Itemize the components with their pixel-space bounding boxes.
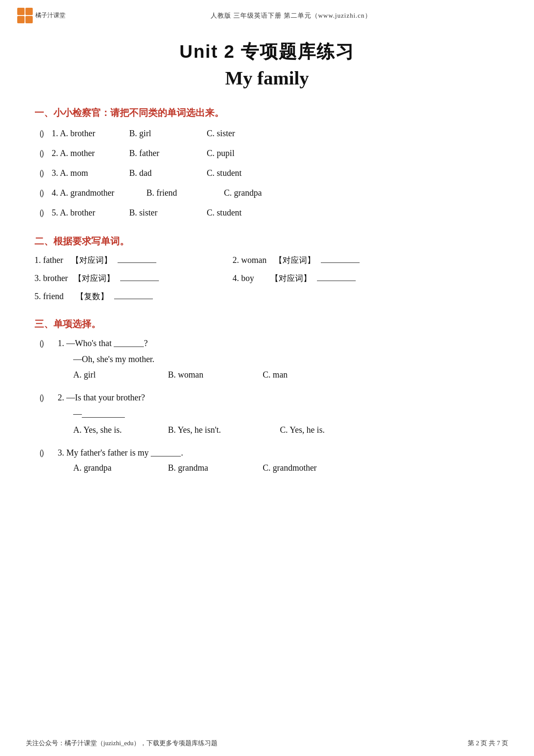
mc-row: （ ） 2. —Is that your brother?	[34, 392, 500, 403]
mc-question: （ ） 2. —Is that your brother? — A. Yes, …	[34, 392, 500, 435]
mc-row: （ ） 1. —Who's that ?	[34, 337, 500, 349]
q1-a: 1. A. brother	[52, 126, 129, 140]
mc3-options: A. grandpa B. grandma C. grandmother	[34, 463, 500, 473]
word1: 1. father	[34, 255, 63, 265]
tag3: 【对应词】	[74, 273, 115, 284]
q5-c: C. student	[207, 206, 284, 219]
answer-line	[321, 262, 360, 263]
paren-open: （	[34, 392, 40, 403]
answer-blank	[82, 417, 125, 418]
logo-icon	[17, 8, 33, 23]
paren-close: ）	[40, 447, 58, 459]
mc2-text: 2. —Is that your brother?	[58, 393, 145, 403]
q2-c: C. pupil	[207, 146, 284, 160]
answer-line	[114, 299, 153, 299]
header-subtitle: 人教版 三年级英语下册 第二单元（www.juzizhi.cn）	[65, 12, 517, 20]
word2: 2. woman	[233, 255, 267, 265]
mc1-opt-a: A. girl	[73, 370, 168, 380]
paren-open: （	[34, 447, 40, 459]
mc3-text: 3. My father's father is my .	[58, 448, 183, 458]
logo: 橘子汁课堂	[17, 8, 65, 23]
q3-c: C. student	[207, 166, 284, 180]
section3: 三、单项选择。 （ ） 1. —Who's that ? —Oh, she's …	[34, 318, 500, 473]
word-item: 1. father 【对应词】	[34, 255, 233, 266]
mc1-opt-b: B. woman	[168, 370, 263, 380]
mc2-opt-c: C. Yes, he is.	[280, 425, 375, 435]
table-row: （ ） 5. A. brother B. sister C. student	[34, 206, 500, 219]
footer-right: 第 2 页 共 7 页	[468, 739, 508, 747]
mc3-opt-a: A. grandpa	[73, 463, 168, 473]
q2-a: 2. A. mother	[52, 146, 129, 160]
paren-open: （	[34, 126, 40, 140]
q2-b: B. father	[129, 146, 207, 160]
tag1: 【对应词】	[71, 255, 112, 266]
word-item: 3. brother 【对应词】	[34, 273, 233, 284]
q5-a: 5. A. brother	[52, 206, 129, 219]
paren-open: （	[34, 146, 40, 160]
mc1-text: 1. —Who's that ?	[58, 338, 148, 348]
answer-line	[118, 262, 156, 263]
q3-b: B. dad	[129, 166, 207, 180]
mc-question: （ ） 3. My father's father is my . A. gra…	[34, 447, 500, 473]
tag4: 【对应词】	[270, 273, 311, 284]
paren-close: ）	[40, 392, 58, 403]
title-line2: My family	[34, 67, 500, 89]
svg-rect-3	[25, 16, 33, 23]
section1: 一、小小检察官：请把不同类的单词选出来。 （ ） 1. A. brother B…	[34, 106, 500, 219]
answer-blank	[151, 456, 181, 456]
paren-close: ）	[40, 146, 52, 160]
mc1-opt-c: C. man	[263, 370, 357, 380]
mc2-opt-b: B. Yes, he isn't.	[168, 425, 280, 435]
answer-line	[120, 281, 159, 281]
logo-text: 橘子汁课堂	[35, 12, 65, 19]
section1-title: 一、小小检察官：请把不同类的单词选出来。	[34, 106, 500, 119]
paren-close: ）	[40, 206, 52, 219]
table-row: 1. father 【对应词】 2. woman 【对应词】	[34, 255, 500, 266]
mc-question: （ ） 1. —Who's that ? —Oh, she's my mothe…	[34, 337, 500, 380]
word4: 4. boy	[233, 273, 254, 283]
q1-c: C. sister	[207, 126, 284, 140]
table-row: （ ） 3. A. mom B. dad C. student	[34, 166, 500, 180]
mc3-opt-b: B. grandma	[168, 463, 263, 473]
footer-left: 关注公众号：橘子汁课堂（juzizhi_edu），下载更多专项题库练习题	[26, 739, 217, 747]
svg-rect-1	[25, 8, 33, 15]
table-row: （ ） 4. A. grandmother B. friend C. grand…	[34, 186, 500, 200]
section3-title: 三、单项选择。	[34, 318, 500, 331]
section2: 二、根据要求写单词。 1. father 【对应词】 2. woman 【对应词…	[34, 235, 500, 302]
table-row: （ ） 2. A. mother B. father C. pupil	[34, 146, 500, 160]
mc1-options: A. girl B. woman C. man	[34, 370, 500, 380]
paren-close: ）	[40, 166, 52, 180]
svg-rect-2	[17, 16, 25, 23]
word-item: 4. boy 【对应词】	[233, 273, 431, 284]
paren-open: （	[34, 186, 40, 200]
mc2-options: A. Yes, she is. B. Yes, he isn't. C. Yes…	[34, 425, 500, 435]
word-item: 2. woman 【对应词】	[233, 255, 431, 266]
mc-row: （ ） 3. My father's father is my .	[34, 447, 500, 459]
mc1-sub: —Oh, she's my mother.	[34, 352, 500, 366]
mc3-opt-c: C. grandmother	[263, 463, 357, 473]
paren-close: ）	[40, 337, 58, 349]
paren-close: ）	[40, 126, 52, 140]
title-line1: Unit 2 专项题库练习	[34, 40, 500, 64]
answer-blank	[114, 347, 144, 347]
paren-open: （	[34, 166, 40, 180]
q4-a: 4. A. grandmother	[52, 186, 146, 200]
tag5: 【复数】	[76, 291, 109, 302]
word5: 5. friend	[34, 291, 64, 301]
paren-open: （	[34, 206, 40, 219]
svg-rect-0	[17, 8, 25, 15]
table-row: （ ） 1. A. brother B. girl C. sister	[34, 126, 500, 140]
mc2-opt-a: A. Yes, she is.	[73, 425, 168, 435]
tag2: 【对应词】	[274, 255, 315, 266]
mc2-sub: —	[34, 406, 500, 422]
q4-b: B. friend	[146, 186, 224, 200]
word-item: 5. friend 【复数】	[34, 291, 153, 302]
paren-open: （	[34, 337, 40, 349]
answer-line	[317, 281, 356, 281]
footer: 关注公众号：橘子汁课堂（juzizhi_edu），下载更多专项题库练习题 第 2…	[0, 739, 534, 747]
q4-c: C. grandpa	[224, 186, 301, 200]
word3: 3. brother	[34, 273, 68, 283]
table-row: 3. brother 【对应词】 4. boy 【对应词】	[34, 273, 500, 284]
title-section: Unit 2 专项题库练习 My family	[34, 40, 500, 89]
paren-close: ）	[40, 186, 52, 200]
